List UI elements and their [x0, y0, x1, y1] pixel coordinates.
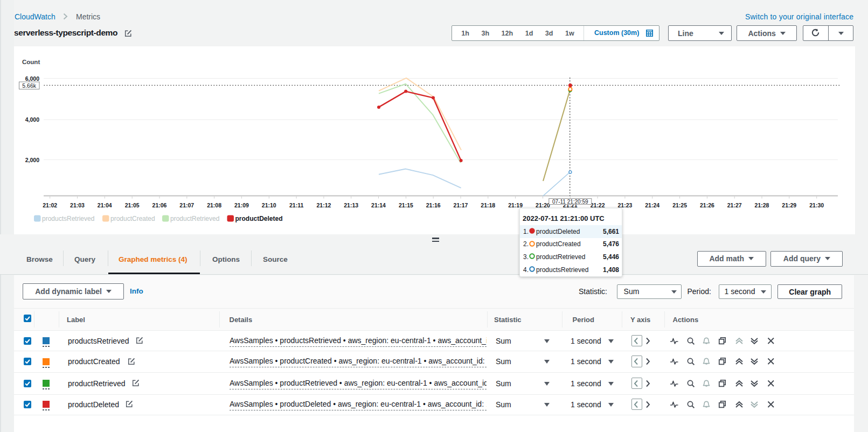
svg-text:productsRetrieved: productsRetrieved	[42, 215, 94, 222]
svg-text:21:17: 21:17	[454, 202, 468, 208]
svg-text:21:28: 21:28	[755, 202, 769, 208]
svg-text:Count: Count	[22, 59, 40, 65]
svg-text:21:13: 21:13	[344, 202, 358, 208]
svg-text:4,000: 4,000	[25, 116, 39, 123]
svg-text:21:03: 21:03	[70, 202, 85, 208]
svg-text:productDeleted: productDeleted	[235, 215, 283, 222]
svg-text:21:12: 21:12	[316, 202, 331, 208]
svg-text:21:29: 21:29	[782, 202, 796, 208]
svg-text:21:24: 21:24	[645, 202, 659, 208]
svg-text:productRetrieved: productRetrieved	[170, 215, 219, 222]
svg-text:21:05: 21:05	[125, 202, 140, 208]
svg-text:21:02: 21:02	[43, 202, 57, 208]
svg-text:21:06: 21:06	[152, 202, 167, 208]
svg-text:21:14: 21:14	[371, 202, 386, 208]
svg-text:21:11: 21:11	[289, 202, 303, 208]
svg-text:21:07: 21:07	[179, 202, 194, 208]
svg-text:21:30: 21:30	[809, 202, 824, 208]
svg-text:21:08: 21:08	[207, 202, 221, 208]
svg-text:21:15: 21:15	[399, 202, 413, 208]
svg-text:21:18: 21:18	[481, 202, 495, 208]
svg-text:2,000: 2,000	[25, 157, 39, 163]
svg-text:5.66k: 5.66k	[22, 82, 36, 89]
svg-text:21:09: 21:09	[234, 202, 249, 208]
svg-text:21:10: 21:10	[262, 202, 276, 208]
svg-text:21:26: 21:26	[700, 202, 714, 208]
svg-text:07-11 21:20:59: 07-11 21:20:59	[552, 199, 588, 205]
svg-text:21:16: 21:16	[426, 202, 441, 208]
svg-text:6,000: 6,000	[25, 75, 39, 82]
svg-text:productCreated: productCreated	[110, 215, 155, 222]
svg-text:21:27: 21:27	[727, 202, 742, 208]
svg-text:21:25: 21:25	[672, 202, 687, 208]
svg-text:21:04: 21:04	[98, 202, 112, 208]
